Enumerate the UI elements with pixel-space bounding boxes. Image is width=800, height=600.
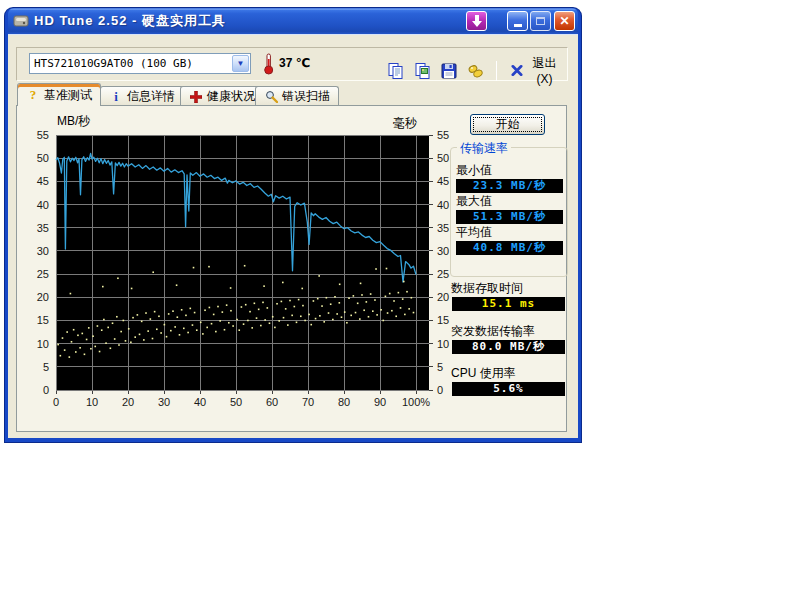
y-tick-label: 0: [23, 384, 49, 396]
minimize-button[interactable]: [507, 11, 528, 31]
start-button[interactable]: 开始: [470, 114, 545, 135]
left-axis-unit-label: MB/秒: [57, 113, 90, 130]
cpu-usage-label: CPU 使用率: [451, 365, 516, 382]
options-button[interactable]: [466, 60, 487, 82]
download-arrow-button[interactable]: [466, 11, 487, 31]
benchmark-plot: [52, 135, 437, 397]
access-time-value-box: 15.1 ms: [452, 297, 565, 311]
min-label: 最小值: [456, 162, 492, 179]
y-tick-label: 40: [437, 199, 449, 211]
x-tick-label: 10: [75, 396, 109, 408]
down-arrow-icon: [472, 15, 482, 27]
maximize-button[interactable]: [530, 11, 551, 31]
y-tick-label: 30: [23, 245, 49, 257]
window-title: HD Tune 2.52 - 硬盘实用工具: [34, 12, 226, 30]
copy-image-icon: [414, 62, 432, 80]
x-tick-label: 90: [363, 396, 397, 408]
y-tick-label: 40: [23, 199, 49, 211]
tab-benchmark[interactable]: ? 基准测试: [17, 83, 101, 106]
right-axis-unit-label: 毫秒: [393, 115, 417, 132]
y-tick-label: 35: [23, 222, 49, 234]
toolbar-band: HTS721010G9AT00 (100 GB) ▼ 37 ℃: [16, 47, 568, 81]
info-icon: i: [109, 90, 123, 104]
y-tick-label: 25: [23, 268, 49, 280]
tab-label: 基准测试: [44, 87, 92, 104]
x-tick-label: 70: [291, 396, 325, 408]
close-icon: ✕: [559, 14, 569, 28]
maximize-icon: [536, 17, 545, 25]
hdtune-window: HD Tune 2.52 - 硬盘实用工具 ✕ HTS721010G9AT00 …: [5, 8, 581, 442]
cpu-usage-value-box: 5.6%: [452, 382, 565, 396]
y-tick-label: 10: [23, 338, 49, 350]
y-tick-label: 45: [437, 175, 449, 187]
thermometer-icon: [263, 52, 275, 75]
min-value-box: 23.3 MB/秒: [456, 179, 563, 193]
burst-rate-value-box: 80.0 MB/秒: [452, 340, 565, 354]
y-tick-label: 5: [23, 361, 49, 373]
y-tick-label: 35: [437, 222, 449, 234]
y-tick-label: 15: [23, 314, 49, 326]
tab-health[interactable]: 健康状况: [180, 86, 264, 106]
close-button[interactable]: ✕: [554, 11, 575, 31]
max-value-box: 51.3 MB/秒: [456, 210, 563, 224]
x-tick-label: 20: [111, 396, 145, 408]
y-tick-label: 50: [23, 152, 49, 164]
x-tick-label: 0: [39, 396, 73, 408]
tab-label: 健康状况: [207, 88, 255, 105]
avg-value-box: 40.8 MB/秒: [456, 241, 563, 255]
copy-text-icon: [387, 62, 405, 80]
x-tick-label: 100%: [399, 396, 433, 408]
benchmark-icon: ?: [26, 88, 40, 102]
transfer-rate-groupbox: 传输速率 最小值 23.3 MB/秒 最大值 51.3 MB/秒 平均值 40.…: [450, 147, 568, 277]
x-tick-label: 50: [219, 396, 253, 408]
benchmark-tab-page: MB/秒 毫秒 5550454035302520151050 555045403…: [16, 105, 567, 432]
x-tick-label: 40: [183, 396, 217, 408]
y-tick-label: 55: [23, 129, 49, 141]
y-tick-label: 55: [437, 129, 449, 141]
y-tick-label: 10: [437, 338, 449, 350]
toolbar-separator: [496, 61, 497, 81]
y-tick-label: 20: [23, 291, 49, 303]
save-button[interactable]: [439, 60, 460, 82]
drive-selector[interactable]: HTS721010G9AT00 (100 GB) ▼: [29, 53, 251, 74]
copy-image-button[interactable]: [413, 60, 434, 82]
minimize-icon: [514, 24, 522, 27]
y-tick-label: 15: [437, 314, 449, 326]
scan-icon: [264, 90, 278, 104]
exit-label: 退出(X): [526, 55, 563, 86]
y-tick-label: 20: [437, 291, 449, 303]
max-label: 最大值: [456, 193, 492, 210]
copy-text-button[interactable]: [386, 60, 407, 82]
y-tick-label: 30: [437, 245, 449, 257]
health-icon: [189, 90, 203, 104]
tab-error-scan[interactable]: 错误扫描: [255, 86, 339, 106]
burst-rate-label: 突发数据传输率: [451, 323, 535, 340]
tab-label: 信息详情: [127, 88, 175, 105]
y-tick-label: 45: [23, 175, 49, 187]
tab-info[interactable]: i 信息详情: [100, 86, 184, 106]
benchmark-plot-wrap: [52, 135, 437, 401]
access-time-label: 数据存取时间: [451, 280, 523, 297]
y-tick-label: 5: [437, 361, 443, 373]
x-tick-label: 80: [327, 396, 361, 408]
app-icon: [13, 13, 29, 29]
exit-button[interactable]: 退出(X): [507, 53, 567, 88]
transfer-rate-group-title: 传输速率: [457, 140, 511, 157]
window-client-area: HTS721010G9AT00 (100 GB) ▼ 37 ℃: [8, 34, 578, 438]
titlebar: HD Tune 2.52 - 硬盘实用工具 ✕: [8, 8, 578, 34]
y-tick-label: 0: [437, 384, 443, 396]
temperature-value: 37 ℃: [279, 56, 310, 70]
options-icon: [467, 62, 485, 80]
y-tick-label: 25: [437, 268, 449, 280]
save-icon: [440, 62, 458, 80]
exit-x-icon: [511, 64, 523, 77]
tab-label: 错误扫描: [282, 88, 330, 105]
dropdown-arrow-icon[interactable]: ▼: [232, 55, 249, 72]
y-tick-label: 50: [437, 152, 449, 164]
x-tick-label: 60: [255, 396, 289, 408]
drive-selected-value: HTS721010G9AT00 (100 GB): [30, 57, 232, 70]
avg-label: 平均值: [456, 224, 492, 241]
x-tick-label: 30: [147, 396, 181, 408]
